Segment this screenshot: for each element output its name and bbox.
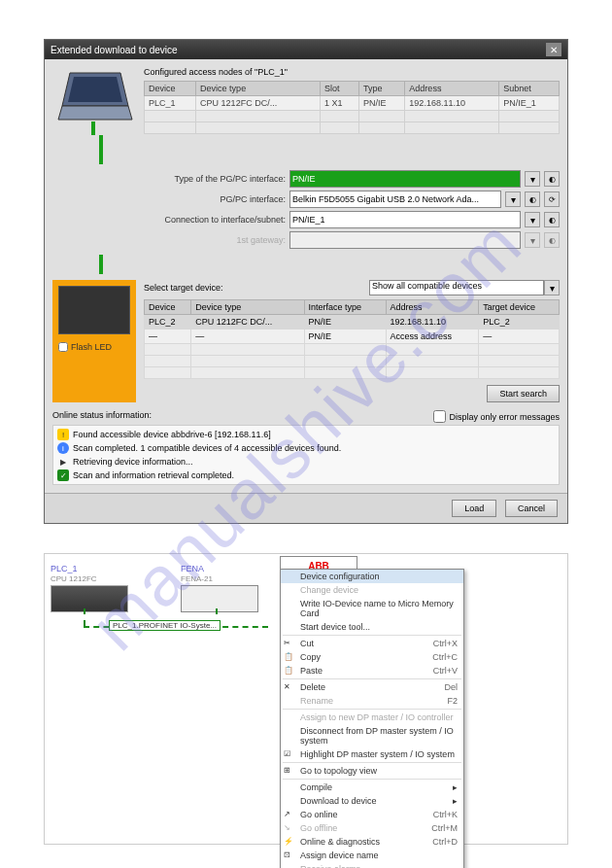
warning-icon: ! <box>57 429 69 440</box>
highlight-icon: ☑ <box>284 749 295 761</box>
menu-item[interactable]: ⊞Go to topology view <box>281 764 463 778</box>
copy-icon: 📋 <box>284 652 295 664</box>
refresh-icon[interactable]: ⟳ <box>544 191 560 207</box>
menu-item-label: Go offline <box>300 823 337 833</box>
target-label: Select target device: <box>144 283 223 293</box>
pgpc-type-select[interactable]: PN/IE <box>289 170 521 188</box>
menu-item[interactable]: Start device tool... <box>281 620 463 634</box>
conn-subnet-select[interactable]: PN/IE_1 <box>289 211 521 228</box>
error-only-checkbox[interactable]: Display only error messages <box>433 410 560 423</box>
status-item: ▶Retrieving device information... <box>55 455 557 469</box>
menu-separator <box>283 635 461 636</box>
dropdown-icon[interactable]: ▾ <box>525 171 540 187</box>
menu-item-label: Online & diagnostics <box>300 837 380 847</box>
topo-icon: ⊞ <box>284 766 295 778</box>
menu-item-label: Cut <box>300 639 314 648</box>
menu-item-label: Receive alarms <box>300 864 360 868</box>
submenu-arrow-icon: ▸ <box>453 796 458 806</box>
status-list: !Found accessible device abbdrive-6 [192… <box>52 425 560 485</box>
menu-item-label: Assign to new DP master / IO controller <box>300 712 453 722</box>
cancel-button[interactable]: Cancel <box>505 500 558 517</box>
menu-shortcut: F2 <box>447 696 458 706</box>
offline-icon: ↘ <box>284 823 295 835</box>
close-icon[interactable]: ✕ <box>546 43 561 56</box>
menu-item-label: Start device tool... <box>300 622 370 632</box>
device-fena[interactable]: FENA FENA-21 <box>181 564 268 612</box>
gateway-select <box>289 231 521 249</box>
menu-separator <box>283 709 461 710</box>
status-item: iScan completed. 1 compatible devices of… <box>55 441 557 455</box>
dropdown-icon[interactable]: ▾ <box>505 191 521 207</box>
menu-item[interactable]: 📋PasteCtrl+V <box>281 664 463 677</box>
arrow-icon: ▶ <box>57 456 69 468</box>
menu-item-label: Device configuration <box>300 572 380 581</box>
info-icon: ◐ <box>544 232 560 248</box>
menu-item[interactable]: ✕DeleteDel <box>281 680 463 694</box>
diag-icon: ⚡ <box>284 837 295 849</box>
menu-item-label: Rename <box>300 696 333 706</box>
profinet-label: PLC_1.PROFINET IO-Syste... <box>109 620 221 631</box>
profinet-line <box>84 608 85 626</box>
menu-item: Receive alarms <box>281 862 463 868</box>
menu-item: RenameF2 <box>281 694 463 708</box>
menu-item[interactable]: Disconnect from DP master system / IO sy… <box>281 724 463 747</box>
menu-shortcut: Ctrl+K <box>433 810 458 819</box>
laptop-graphic <box>52 67 136 135</box>
table-row[interactable]: PLC_2 CPU 1212FC DC/... PN/IE 192.168.11… <box>145 315 560 330</box>
info-icon[interactable]: ◐ <box>544 171 560 187</box>
menu-shortcut: Ctrl+V <box>433 666 458 676</box>
menu-item[interactable]: ✂CutCtrl+X <box>281 637 463 650</box>
load-button[interactable]: Load <box>452 500 496 517</box>
dialog-title: Extended download to device <box>51 45 178 55</box>
pgpc-if-select[interactable]: Belkin F5D5055 Gigabit USB 2.0 Network A… <box>289 191 501 208</box>
download-dialog: Extended download to device ✕ Configured… <box>44 39 568 524</box>
menu-item-label: Download to device <box>300 796 377 806</box>
menu-item[interactable]: 📋CopyCtrl+C <box>281 650 463 664</box>
menu-item: Assign to new DP master / IO controller <box>281 711 463 724</box>
menu-shortcut: Ctrl+D <box>432 837 458 847</box>
menu-shortcut: Ctrl+X <box>433 639 458 648</box>
table-row[interactable]: — — PN/IE Access address — <box>145 330 560 344</box>
menu-item-label: Change device <box>300 585 358 595</box>
online-icon: ↗ <box>284 810 295 821</box>
dropdown-icon: ▾ <box>525 232 540 248</box>
menu-item[interactable]: ☑Highlight DP master system / IO system <box>281 747 463 761</box>
menu-item[interactable]: ⊡Assign device name <box>281 849 463 862</box>
menu-item-label: Disconnect from DP master system / IO sy… <box>300 726 454 746</box>
info-icon[interactable]: ◐ <box>544 212 560 227</box>
configured-label: Configured access nodes of "PLC_1" <box>144 67 560 77</box>
settings-icon[interactable]: ◐ <box>525 191 540 207</box>
assign-icon: ⊡ <box>284 851 295 862</box>
menu-item[interactable]: Download to device▸ <box>281 794 463 808</box>
paste-icon: 📋 <box>284 666 295 677</box>
dropdown-icon[interactable]: ▾ <box>544 280 560 295</box>
menu-item: ↘Go offlineCtrl+M <box>281 821 463 835</box>
start-search-button[interactable]: Start search <box>487 385 560 402</box>
status-item: !Found accessible device abbdrive-6 [192… <box>55 428 557 441</box>
menu-shortcut: Del <box>444 682 458 692</box>
dialog-titlebar: Extended download to device ✕ <box>45 40 567 59</box>
menu-item: Change device <box>281 583 463 597</box>
menu-separator <box>283 762 461 763</box>
menu-item-label: Compile <box>300 782 332 792</box>
device-plc[interactable]: PLC_1 CPU 1212FC <box>51 564 138 612</box>
svg-marker-2 <box>58 106 132 120</box>
target-filter-select[interactable]: Show all compatible devices <box>369 280 544 295</box>
table-row[interactable]: PLC_1 CPU 1212FC DC/... 1 X1 PN/IE 192.1… <box>145 96 560 111</box>
menu-item[interactable]: Compile▸ <box>281 781 463 794</box>
dropdown-icon[interactable]: ▾ <box>525 212 540 227</box>
plc-icon <box>58 286 130 334</box>
menu-item[interactable]: Write IO-Device name to Micro Memory Car… <box>281 597 463 620</box>
menu-shortcut: Ctrl+C <box>432 652 458 662</box>
gateway-label: 1st gateway: <box>150 235 286 245</box>
menu-item[interactable]: Device configuration <box>281 570 463 583</box>
flash-led-checkbox[interactable]: Flash LED <box>58 342 130 352</box>
menu-item[interactable]: ↗Go onlineCtrl+K <box>281 808 463 821</box>
menu-item-label: Delete <box>300 682 325 692</box>
menu-item-label: Assign device name <box>300 851 379 860</box>
pgpc-type-label: Type of the PG/PC interface: <box>150 174 286 184</box>
menu-item[interactable]: ⚡Online & diagnosticsCtrl+D <box>281 835 463 849</box>
conn-subnet-label: Connection to interface/subnet: <box>150 215 286 225</box>
check-icon: ✓ <box>57 469 69 481</box>
menu-item-label: Go to topology view <box>300 766 377 776</box>
